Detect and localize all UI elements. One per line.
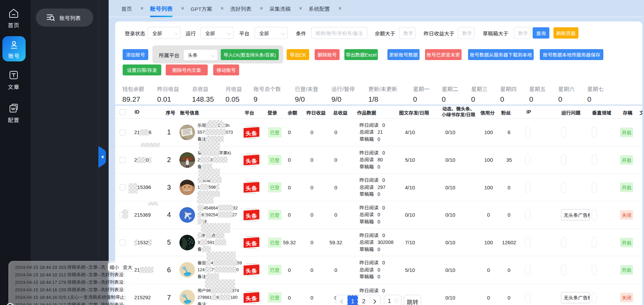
tab-label: 采集洗稿 [270,5,291,12]
page-jump-input[interactable]: 1 [384,295,401,305]
import-ck-button[interactable]: 导入CK(暂支持头条/百家) [221,49,279,60]
ip-input[interactable] [525,292,530,303]
run-problem-input[interactable] [561,155,566,165]
censored-blur-segment [134,239,137,246]
jump-button[interactable]: 跳转 [404,295,421,305]
column-header-13: 粉丝 [501,109,511,116]
ip-input[interactable] [525,237,530,248]
ip-input[interactable] [525,155,530,165]
move-account-button[interactable]: 移动账号 [213,64,239,75]
stat-12: 星期四0 [500,85,517,103]
sidebar-item-article[interactable]: 文章 [0,70,27,91]
platform-select[interactable]: 全部 [255,27,288,39]
sidebar-item-home[interactable]: 首页 [0,8,27,29]
condition-input[interactable]: 昵称/账号/手机号/备注 [311,27,367,39]
censored-blur-segment [219,294,231,300]
platform-group-select[interactable]: 头条 [183,49,218,60]
row-checkbox[interactable] [120,157,126,163]
store-badge: 关闭 [620,210,633,220]
page-next-button[interactable] [369,295,381,305]
row-checkbox[interactable] [120,184,126,190]
upload-to-server-button[interactable]: 账号数据本地传服务器保存 [540,49,603,60]
login-state-select[interactable]: 全部 [148,27,181,39]
cell-fans: 0 [499,201,519,229]
tab-采集洗稿[interactable]: 采集洗稿✕ [270,0,303,17]
vertical-field-input[interactable] [592,265,597,275]
export-excel-button[interactable]: 导出数据Excel [344,49,378,60]
delete-articles-button[interactable]: 删除号内文章 [166,64,208,75]
ip-input[interactable] [525,265,530,275]
tab-close-icon[interactable]: ✕ [181,6,184,11]
ip-input[interactable] [525,182,530,193]
set-limit-button[interactable]: 设置日限/存发 [123,64,161,75]
ip-input[interactable] [525,127,530,137]
tab-close-icon[interactable]: ✕ [220,6,224,11]
submenu-title-pill[interactable]: 账号列表 [36,9,93,27]
run-problem-input[interactable]: 无头条广告权 [561,209,590,220]
row-checkbox[interactable] [120,239,126,246]
select-all-checkbox[interactable] [120,109,126,115]
vertical-field-input[interactable] [592,209,597,220]
run-problem-input[interactable]: 无头条广告权 [561,292,590,303]
query-button[interactable]: 查询 [533,27,549,39]
text-segment: 乐观 [197,123,206,128]
cell-pic-limit: 0/10 [400,201,420,229]
censored-blur-segment [218,212,232,218]
ip-input[interactable] [525,209,530,220]
page-2-button[interactable]: 2 [358,295,369,305]
zoom-out-button[interactable]: 缩小 [110,264,119,271]
tab-close-icon[interactable]: ✕ [299,6,303,11]
balance-gt-input[interactable]: 数字 [399,27,415,39]
stat-label: 运行/暂停 [331,85,355,93]
cell-yesterday: 0 [301,257,323,284]
sidebar-item-account[interactable]: 账号 [2,36,26,61]
run-problem-input[interactable] [561,127,566,137]
tab-label: 洗好列表 [230,5,251,12]
cell-platform: 头条 [243,257,260,284]
row-checkbox[interactable] [120,129,126,135]
account-changed-button[interactable]: 账号已更变未更 [425,49,462,60]
tab-账号列表[interactable]: 账号列表✕ [150,0,184,17]
vertical-field-input[interactable] [592,292,597,303]
tab-close-icon[interactable]: ✕ [140,6,144,11]
run-problem-input[interactable] [561,265,566,275]
tab-首页[interactable]: 首页✕ [121,0,144,17]
run-problem-input[interactable] [561,182,566,193]
stat-value: 89.27 [122,95,144,103]
delete-account-button[interactable]: 删除账号 [315,49,340,60]
page-1-button[interactable]: 1 [347,295,358,305]
download-from-server-button[interactable]: 账号数据从服务器下载到本地 [468,49,534,60]
cell-dynamic-limit: 0/10 [440,146,461,174]
toutiao-badge: 头条 [244,152,259,168]
sidebar-collapse-handle[interactable] [98,146,106,168]
cell-yesterday: 0 [301,229,323,256]
page-prev-button[interactable] [336,295,347,305]
tab-系统配置[interactable]: 系统配置✕ [309,0,342,17]
run-select[interactable]: 全部 [201,27,234,39]
column-header-6: 余额 [288,109,297,116]
refresh-button[interactable]: 刷新页面 [553,27,578,39]
vertical-field-input[interactable] [592,155,597,165]
update-account-data-button[interactable]: 更新账号数据 [387,49,420,60]
censored-blur-segment [215,239,226,245]
vertical-field-input[interactable] [592,127,597,137]
tab-GPT方案[interactable]: GPT方案✕ [191,0,224,17]
cell-total: 0 [324,174,348,201]
export-ck-button[interactable]: 导出CK [287,49,309,60]
run-problem-input[interactable] [561,237,566,248]
cell-balance: 0 [278,119,300,146]
yesterday-gt-input[interactable]: 数字 [458,27,474,39]
toutiao-badge: 头条 [244,207,259,223]
cell-total: 0 [324,119,348,146]
vertical-field-input[interactable] [592,182,597,193]
tab-洗好列表[interactable]: 洗好列表✕ [230,0,263,17]
tab-close-icon[interactable]: ✕ [260,6,263,11]
text-segment: 6 [202,213,204,217]
sidebar-item-config[interactable]: 配置 [0,103,27,124]
vertical-field-input[interactable] [592,237,597,248]
draft-gt-input[interactable]: 数字 [514,27,530,39]
stat-label: 总收益 [192,85,214,93]
zoom-in-button[interactable]: 变大 [123,264,133,271]
tab-close-icon[interactable]: ✕ [338,6,342,11]
add-account-button[interactable]: 添加账号 [123,49,148,60]
